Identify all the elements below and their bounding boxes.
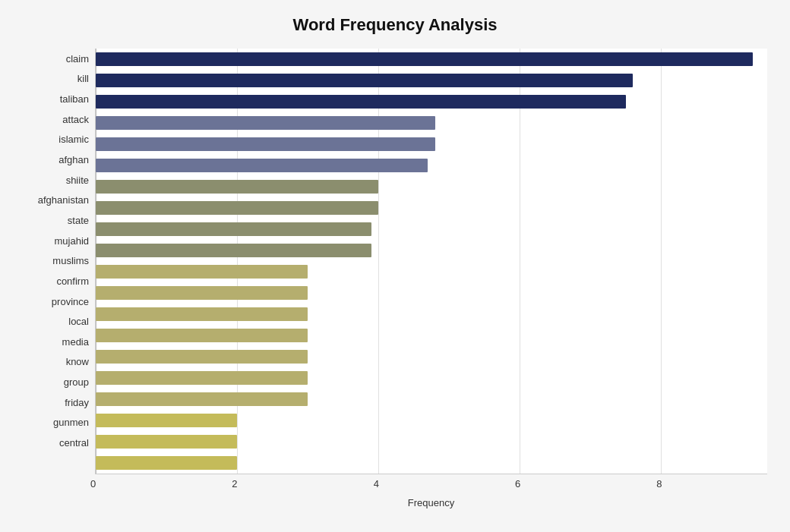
bar-row [96,433,767,450]
chart-title: Word Frequency Analysis [23,15,767,35]
grid-line [378,49,379,474]
x-axis-label: Frequency [95,497,767,508]
bar-row [96,93,767,110]
bar [96,329,308,342]
bars-wrapper [95,49,767,474]
bar-row [96,136,767,153]
bar [96,286,308,300]
y-label: friday [65,398,89,408]
bar-row [96,115,767,131]
bar [96,137,435,151]
x-tick: 6 [515,478,520,490]
y-label: shiite [66,175,89,185]
bar [96,180,378,194]
bar [96,392,308,406]
bar-row [96,157,767,174]
x-axis: 02468 [95,474,767,496]
grid-lines [96,49,767,474]
bar [96,52,753,66]
x-tick: 8 [656,478,662,490]
bar [96,265,308,279]
y-axis-labels: claimkilltalibanattackislamicafghanshiit… [23,49,95,474]
y-label: kill [77,74,89,83]
bottom-section: 02468 Frequency [23,474,767,508]
bar-row [96,348,767,365]
bar [96,95,626,109]
y-label: muslims [52,256,89,266]
y-label: central [59,438,89,448]
grid-line [661,49,662,474]
bar [96,435,237,449]
bar [96,307,308,321]
bar [96,456,237,470]
y-label: gunmen [53,417,89,427]
bar [96,222,371,236]
bar-row [96,242,767,259]
bar [96,159,428,172]
bar-row [96,391,767,408]
grid-line [520,49,520,474]
y-label: afghanistan [38,195,89,205]
bar-row [96,178,767,195]
bar [96,371,308,385]
bars-section [95,49,767,474]
x-tick: 0 [90,478,96,490]
bar-row [96,221,767,238]
bar [96,414,237,427]
y-label: group [64,377,89,387]
y-label: taliban [60,94,89,104]
x-tick: 2 [232,478,237,490]
bar-row [96,412,767,429]
bar-row [96,306,767,323]
bar [96,244,371,257]
chart-area: claimkilltalibanattackislamicafghanshiit… [23,49,767,474]
y-label: state [68,216,89,225]
y-label: confirm [56,276,89,286]
bar-row [96,455,767,471]
y-label: province [52,297,89,307]
grid-line [96,49,96,474]
bar [96,116,435,130]
y-label: media [62,337,89,347]
y-label: islamic [58,134,89,144]
bar-row [96,285,767,301]
bar [96,350,308,364]
y-label: attack [62,115,89,124]
grid-line [237,49,238,474]
y-label: local [68,316,89,326]
bar-row [96,72,767,89]
bar-row [96,327,767,344]
chart-container: Word Frequency Analysis claimkilltaliban… [0,0,790,532]
y-label: claim [66,54,89,64]
y-label: afghan [58,155,89,165]
bar [96,74,633,87]
x-tick: 4 [374,478,379,490]
bar-row [96,370,767,386]
bar-row [96,200,767,216]
bar [96,201,378,215]
bar-row [96,263,767,280]
bar-row [96,51,767,68]
y-label: know [66,357,89,367]
y-label: mujahid [54,236,89,246]
